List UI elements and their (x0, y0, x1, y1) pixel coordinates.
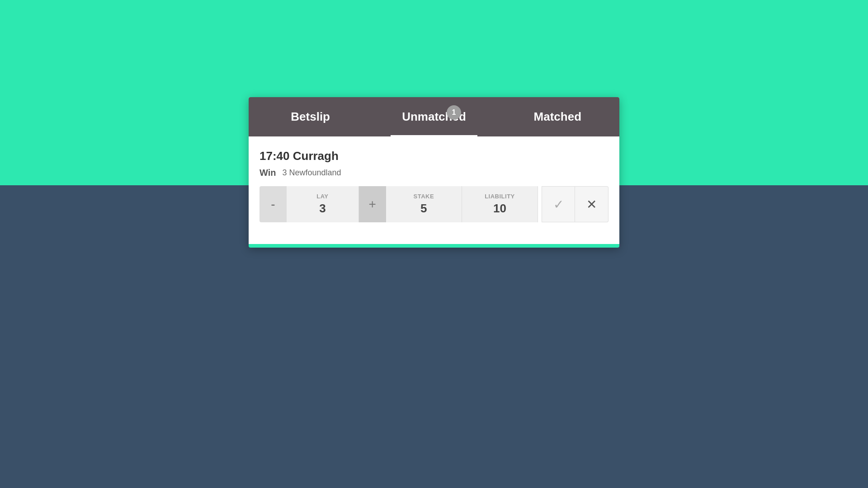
bet-type-row: Win 3 Newfoundland (259, 168, 609, 178)
active-tab-indicator (391, 135, 477, 136)
tab-unmatched[interactable]: Unmatched 1 (372, 97, 495, 136)
increment-button[interactable]: + (359, 186, 386, 222)
tab-matched[interactable]: Matched (496, 97, 619, 136)
betslip-card: Betslip Unmatched 1 Matched 17:40 Currag… (249, 97, 619, 248)
bet-content: 17:40 Curragh Win 3 Newfoundland - LAY 3… (249, 136, 619, 233)
bet-type-label: Win (259, 168, 276, 178)
bottom-accent-bar (249, 244, 619, 246)
lay-field: LAY 3 (287, 186, 359, 222)
tab-betslip-label: Betslip (291, 110, 330, 124)
event-title: 17:40 Curragh (259, 149, 609, 163)
liability-label: LIABILITY (485, 193, 515, 200)
confirm-button[interactable]: ✓ (542, 186, 575, 222)
tab-bar: Betslip Unmatched 1 Matched (249, 97, 619, 136)
lay-value: 3 (319, 202, 326, 216)
bet-selection: 3 Newfoundland (282, 168, 341, 178)
tab-matched-label: Matched (534, 110, 581, 124)
bet-row: - LAY 3 + STAKE 5 LIABILITY 10 ✓ ✕ (259, 186, 609, 222)
action-buttons: ✓ ✕ (542, 186, 609, 222)
confirm-icon: ✓ (553, 197, 564, 212)
stake-label: STAKE (414, 193, 434, 200)
decrement-button[interactable]: - (259, 186, 287, 222)
liability-value: 10 (493, 202, 506, 216)
lay-label: LAY (316, 193, 328, 200)
cancel-icon: ✕ (586, 197, 597, 212)
stake-field: STAKE 5 (386, 186, 462, 222)
selection-name: Newfoundland (289, 168, 341, 177)
cancel-button[interactable]: ✕ (575, 186, 609, 222)
selection-number: 3 (282, 168, 287, 177)
liability-field: LIABILITY 10 (462, 186, 538, 222)
tab-betslip[interactable]: Betslip (249, 97, 372, 136)
stake-value: 5 (420, 202, 427, 216)
unmatched-badge: 1 (447, 105, 461, 120)
